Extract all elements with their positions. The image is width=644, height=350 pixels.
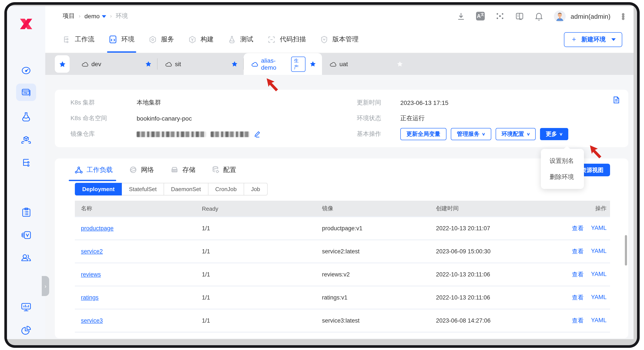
storage-icon	[170, 166, 178, 173]
sidebar-expand-handle[interactable]: ›	[42, 276, 49, 296]
breadcrumb-root[interactable]: 项目	[63, 12, 75, 20]
sidebar-item-insight[interactable]	[7, 302, 45, 312]
chevron-down-icon	[611, 38, 616, 41]
menu-item-delete-env[interactable]: 删除环境	[541, 169, 584, 185]
workload-name-link[interactable]: service2	[81, 248, 103, 255]
updated-label: 更新时间	[357, 99, 400, 107]
main-area: 项目 › demo › 环境 A文	[45, 6, 634, 339]
env-tab-alias-demo[interactable]: alias-demo 生产	[244, 53, 322, 75]
breadcrumb-current: 环境	[116, 12, 128, 20]
env-tab-dev[interactable]: dev	[74, 53, 158, 75]
workload-name-link[interactable]: productpage	[81, 225, 114, 232]
language-switch-icon[interactable]: A文	[476, 12, 485, 21]
favorites-tab[interactable]	[55, 55, 70, 73]
table-row: service1 1/1 service1:20230612141100-4-m…	[75, 332, 610, 338]
kind-job-button[interactable]: Job	[244, 183, 268, 195]
user-name[interactable]: admin(admin)	[571, 13, 610, 20]
tab-builds[interactable]: 构建	[188, 26, 214, 53]
registry-value-redacted	[137, 131, 260, 137]
tab-storage[interactable]: 存储	[170, 158, 196, 181]
sidebar-item-test-plan[interactable]	[7, 207, 45, 218]
menu-item-set-alias[interactable]: 设置别名	[541, 153, 584, 169]
chevron-down-icon: ∨	[559, 132, 563, 136]
new-environment-button[interactable]: ＋ 新建环境	[564, 32, 622, 47]
env-document-icon[interactable]	[613, 96, 620, 105]
edit-pencil-icon[interactable]	[254, 131, 260, 137]
breadcrumb: 项目 › demo › 环境	[63, 12, 128, 20]
namespace-value: bookinfo-canary-poc	[137, 115, 192, 122]
view-link[interactable]: 查看	[572, 247, 584, 255]
star-icon[interactable]	[306, 61, 316, 67]
cluster-graph-icon[interactable]	[496, 12, 504, 21]
manage-services-button[interactable]: 管理服务∨	[451, 128, 491, 140]
network-globe-icon	[129, 166, 137, 174]
tab-workloads[interactable]: 工作负载	[75, 158, 113, 181]
workload-name-link[interactable]: ratings	[81, 294, 98, 301]
tab-code-scan[interactable]: 代码扫描	[268, 26, 306, 53]
star-icon	[59, 61, 66, 67]
update-global-vars-button[interactable]: 更新全局变量	[400, 128, 446, 140]
star-icon[interactable]	[227, 61, 238, 67]
card-scrollbar[interactable]	[625, 235, 627, 265]
yaml-link[interactable]: YAML	[591, 247, 606, 255]
view-link[interactable]: 查看	[572, 294, 584, 301]
yaml-link[interactable]: YAML	[591, 270, 606, 278]
chevron-down-icon: ∨	[482, 132, 486, 136]
namespace-label: K8s 命名空间	[70, 115, 137, 122]
yaml-link[interactable]: YAML	[591, 317, 606, 324]
tab-workflows[interactable]: 工作流	[63, 26, 94, 53]
docs-icon[interactable]	[516, 12, 524, 20]
cluster-value: 本地集群	[137, 99, 161, 107]
more-kebab-icon[interactable]: ●●●	[621, 13, 624, 19]
sidebar-item-projects[interactable]: PM	[16, 84, 36, 101]
config-db-icon	[212, 166, 219, 174]
breadcrumb-project-select[interactable]: demo	[84, 13, 106, 20]
workload-name-link[interactable]: service3	[81, 317, 103, 324]
sidebar-item-workflow[interactable]	[7, 158, 45, 168]
window-frame: PM	[4, 2, 640, 348]
tab-network[interactable]: 网络	[129, 158, 154, 181]
brand-logo-icon[interactable]	[19, 18, 33, 31]
sidebar-item-delivery[interactable]	[7, 135, 45, 145]
sidebar-item-users[interactable]	[7, 252, 45, 263]
view-link[interactable]: 查看	[572, 224, 584, 232]
tab-releases[interactable]: 版本管理	[320, 26, 358, 53]
basic-ops-label: 基本操作	[357, 130, 400, 138]
view-link[interactable]: 查看	[572, 270, 584, 278]
star-icon[interactable]	[141, 61, 152, 67]
env-tab-uat[interactable]: uat	[322, 53, 409, 75]
user-avatar[interactable]	[554, 10, 566, 22]
yaml-link[interactable]: YAML	[591, 294, 606, 301]
sidebar-item-test[interactable]	[7, 111, 45, 122]
workload-name-link[interactable]: reviews	[81, 271, 101, 278]
tab-config[interactable]: 配置	[212, 158, 236, 181]
kind-statefulset-button[interactable]: StatefulSet	[122, 183, 164, 195]
build-icon	[188, 36, 196, 43]
more-button[interactable]: 更多∨	[540, 128, 568, 140]
env-config-button[interactable]: 环境配置∨	[496, 128, 536, 140]
tab-services[interactable]: 服务	[149, 26, 174, 53]
cloud-icon	[165, 61, 172, 67]
svg-text:PM: PM	[24, 92, 28, 95]
environment-code-icon	[109, 35, 117, 44]
updated-value: 2023-06-13 17:15	[400, 99, 448, 106]
status-label: 环境状态	[357, 115, 400, 122]
tab-environments[interactable]: 环境	[109, 26, 134, 53]
yaml-link[interactable]: YAML	[591, 224, 606, 232]
kind-deployment-button[interactable]: Deployment	[75, 183, 122, 195]
annotation-arrow-icon	[265, 77, 282, 94]
star-icon[interactable]	[392, 61, 403, 67]
kind-cronjob-button[interactable]: CronJob	[208, 183, 244, 195]
tab-tests[interactable]: 测试	[228, 26, 253, 53]
download-icon[interactable]	[457, 12, 466, 20]
notifications-bell-icon[interactable]	[535, 12, 543, 21]
kind-daemonset-button[interactable]: DaemonSet	[164, 183, 208, 195]
environment-details-card: K8s 集群 本地集群 K8s 命名空间 bookinfo-canary-poc…	[55, 90, 628, 147]
sidebar-item-statistics[interactable]	[7, 325, 45, 336]
view-link[interactable]: 查看	[572, 317, 584, 324]
sidebar-item-dashboard[interactable]	[7, 65, 45, 76]
env-tab-sit[interactable]: sit	[158, 53, 244, 75]
annotation-arrow-icon	[588, 144, 605, 161]
chevron-down-icon	[102, 15, 106, 18]
sidebar-item-version[interactable]	[7, 230, 45, 240]
